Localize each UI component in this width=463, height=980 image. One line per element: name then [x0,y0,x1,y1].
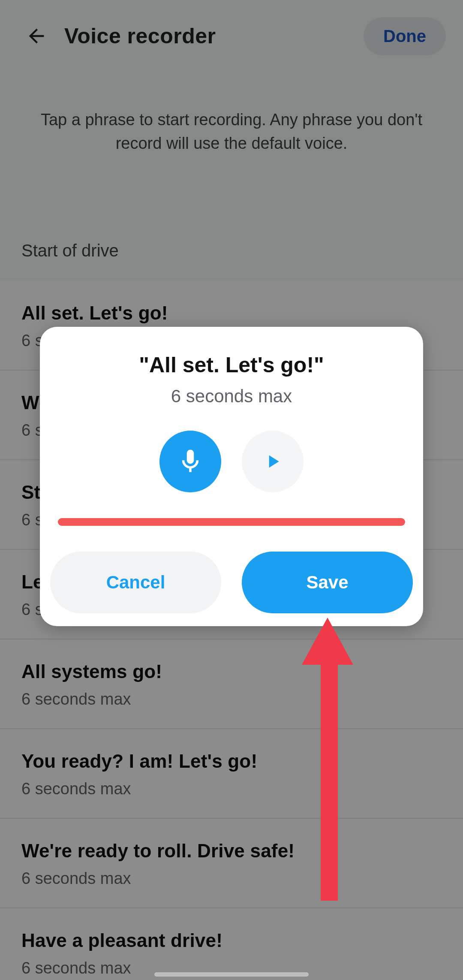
screen: Voice recorder Done Tap a phrase to star… [0,0,463,980]
modal-controls [50,431,413,492]
progress-bar[interactable] [58,518,405,526]
play-button[interactable] [242,431,304,492]
play-icon [262,451,283,472]
microphone-icon [176,447,204,476]
save-button[interactable]: Save [242,552,413,613]
record-button[interactable] [159,431,221,492]
modal-button-row: Cancel Save [50,552,413,613]
modal-subtitle: 6 seconds max [50,386,413,407]
modal-phrase: "All set. Let's go!" [50,353,413,377]
cancel-button[interactable]: Cancel [50,552,221,613]
recording-modal: "All set. Let's go!" 6 seconds max Cance… [40,327,423,626]
home-indicator [154,972,309,977]
